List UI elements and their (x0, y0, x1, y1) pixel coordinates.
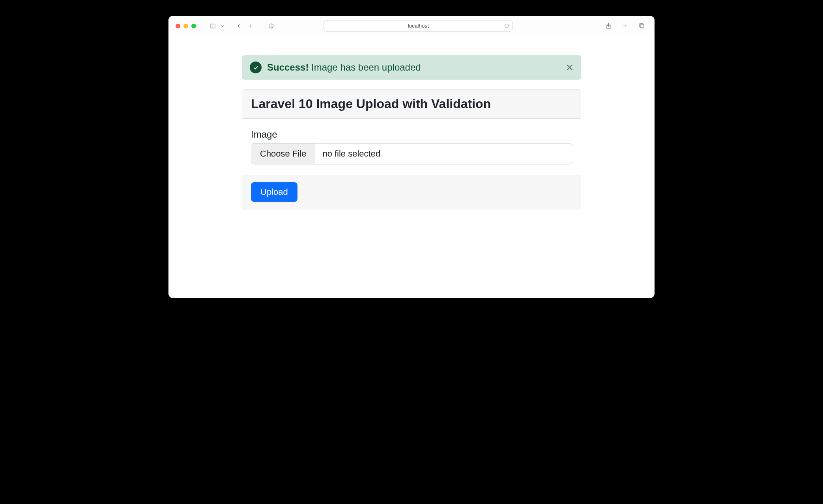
card-header: Laravel 10 Image Upload with Validation (242, 90, 581, 119)
card-body: Image Choose File no file selected (242, 119, 581, 175)
tabs-overview-icon[interactable] (636, 21, 647, 32)
new-tab-icon[interactable] (620, 21, 631, 32)
toolbar-right (603, 21, 647, 32)
maximize-window-button[interactable] (191, 24, 196, 28)
close-window-button[interactable] (176, 24, 180, 28)
sidebar-toggle-group (207, 21, 226, 32)
share-icon[interactable] (603, 21, 614, 32)
window-controls (176, 24, 196, 28)
upload-button[interactable]: Upload (251, 182, 297, 202)
reload-icon[interactable] (504, 23, 509, 28)
alert-strong: Success! (267, 62, 309, 73)
choose-file-button[interactable]: Choose File (251, 144, 315, 164)
address-text: localhost (408, 23, 429, 29)
svg-rect-7 (640, 24, 643, 27)
address-bar[interactable]: localhost (324, 21, 513, 32)
check-circle-icon (250, 62, 262, 73)
shield-icon[interactable] (266, 21, 277, 32)
card-title: Laravel 10 Image Upload with Validation (251, 97, 572, 111)
nav-buttons (233, 21, 256, 32)
alert-text: Success! Image has been uploaded (267, 62, 421, 73)
card-footer: Upload (242, 175, 581, 209)
back-button[interactable] (233, 21, 244, 32)
file-input[interactable]: Choose File no file selected (251, 143, 572, 164)
minimize-window-button[interactable] (183, 24, 188, 28)
forward-button[interactable] (245, 21, 256, 32)
page-viewport: Success! Image has been uploaded Laravel… (168, 36, 655, 298)
svg-rect-0 (210, 24, 215, 28)
file-selected-text: no file selected (315, 144, 572, 164)
success-alert: Success! Image has been uploaded (242, 55, 581, 80)
alert-message: Image has been uploaded (309, 62, 421, 73)
image-label: Image (251, 129, 572, 140)
chevron-down-icon[interactable] (219, 21, 226, 32)
browser-toolbar: localhost (168, 16, 655, 36)
page-container: Success! Image has been uploaded Laravel… (242, 55, 581, 209)
svg-rect-6 (640, 24, 644, 28)
sidebar-icon[interactable] (207, 21, 218, 32)
browser-window: localhost Success! Im (168, 16, 655, 298)
alert-close-button[interactable] (565, 63, 574, 72)
upload-card: Laravel 10 Image Upload with Validation … (242, 89, 581, 209)
